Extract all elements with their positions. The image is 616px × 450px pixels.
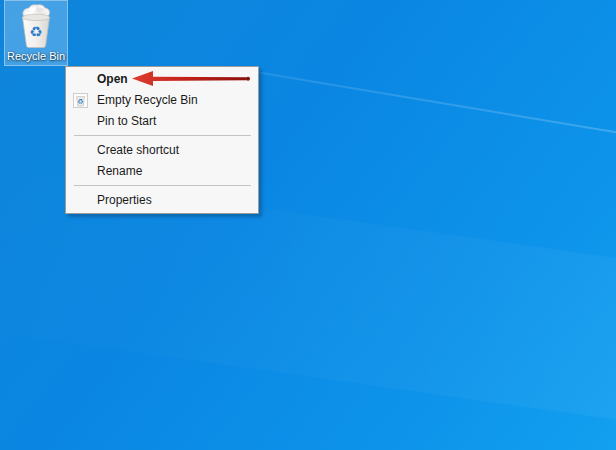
menu-item-create-shortcut[interactable]: Create shortcut <box>66 140 258 161</box>
menu-item-label: Empty Recycle Bin <box>97 93 198 107</box>
menu-item-open[interactable]: Open <box>66 69 258 90</box>
wallpaper-light-beam <box>250 70 616 143</box>
menu-item-pin-to-start[interactable]: Pin to Start <box>66 111 258 132</box>
svg-text:♻: ♻ <box>77 98 83 106</box>
desktop-icon-recycle-bin[interactable]: ♻ Recycle Bin <box>4 0 68 66</box>
recycle-bin-context-menu: Open ♻ Empty Recycle Bin Pin to Start Cr… <box>65 66 259 214</box>
svg-text:♻: ♻ <box>29 23 42 41</box>
empty-recycle-bin-icon: ♻ <box>73 93 88 108</box>
desktop-icon-label: Recycle Bin <box>7 50 65 62</box>
menu-item-rename[interactable]: Rename <box>66 161 258 182</box>
menu-item-properties[interactable]: Properties <box>66 190 258 211</box>
menu-item-empty-recycle-bin[interactable]: ♻ Empty Recycle Bin <box>66 90 258 111</box>
menu-separator <box>74 135 251 136</box>
recycle-bin-full-icon: ♻ <box>15 3 57 49</box>
menu-separator <box>74 185 251 186</box>
